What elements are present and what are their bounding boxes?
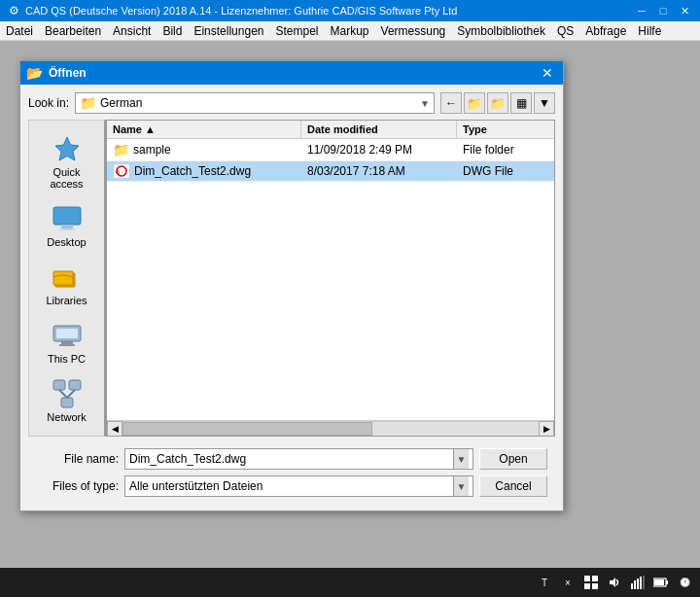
menu-item-ansicht[interactable]: Ansicht	[107, 22, 157, 40]
app-title: CAD QS (Deutsche Version) 2018 A.14 - Li…	[25, 5, 632, 17]
look-in-label: Look in:	[28, 96, 69, 110]
dropdown-arrow-icon: ▼	[420, 98, 430, 109]
close-button[interactable]: ✕	[675, 3, 694, 18]
svg-rect-29	[666, 580, 668, 584]
taskbar: T ×	[0, 568, 700, 597]
file-name-input[interactable]: Dim_Catch_Test2.dwg ▼	[124, 448, 473, 470]
file-type-label: Files of type:	[36, 479, 119, 493]
new-folder-button[interactable]: 📁	[487, 92, 508, 114]
svg-line-14	[67, 390, 75, 398]
svg-rect-19	[592, 576, 598, 581]
sidebar-item-network[interactable]: Network	[34, 373, 100, 428]
svg-rect-12	[61, 398, 73, 407]
svg-rect-24	[634, 580, 636, 589]
open-button[interactable]: Open	[479, 448, 547, 470]
file-list-container: Name ▲ Date modified Type 📁 sample	[106, 120, 555, 437]
maximize-button[interactable]: □	[653, 3, 673, 18]
menu-item-bearbeiten[interactable]: Bearbeiten	[39, 22, 107, 40]
dialog-backdrop: 📂 Öffnen ✕ Look in: 📁 German ▼ ← 📁	[0, 41, 700, 568]
svg-rect-25	[637, 579, 639, 589]
table-row[interactable]: Q Dim_Catch_Test2.dwg 8/03/2017 7:18 AM …	[107, 161, 554, 182]
file-cell-type: DWG File	[457, 161, 554, 181]
dialog-close-button[interactable]: ✕	[538, 64, 557, 82]
sidebar-item-this-pc[interactable]: This PC	[34, 315, 100, 369]
file-type-dropdown-arrow[interactable]: ▼	[453, 476, 469, 496]
svg-rect-18	[584, 576, 590, 581]
sidebar-item-label-network: Network	[47, 411, 86, 423]
file-cell-name: Q Dim_Catch_Test2.dwg	[107, 161, 301, 181]
scrollbar-thumb[interactable]	[122, 422, 372, 436]
svg-rect-30	[654, 579, 664, 585]
file-cell-date: 11/09/2018 2:49 PM	[301, 139, 457, 160]
dwg-file-icon: Q	[113, 164, 130, 178]
file-name-dropdown-arrow[interactable]: ▼	[453, 449, 469, 469]
menu-item-markup[interactable]: Markup	[325, 22, 375, 40]
cancel-button[interactable]: Cancel	[479, 475, 547, 497]
sidebar-item-quick-access[interactable]: Quick access	[34, 128, 100, 194]
sidebar-item-libraries[interactable]: Libraries	[34, 257, 100, 311]
minimize-button[interactable]: ─	[632, 3, 651, 18]
svg-rect-8	[61, 341, 73, 344]
taskbar-sound-icon[interactable]	[605, 573, 624, 592]
folder-icon: 📁	[80, 95, 96, 111]
taskbar-grid-icon[interactable]	[581, 573, 601, 592]
scroll-right-button[interactable]: ▶	[539, 421, 554, 437]
col-header-type[interactable]: Type	[457, 121, 554, 138]
this-pc-icon	[52, 320, 83, 351]
svg-rect-23	[631, 583, 633, 589]
taskbar-battery-icon[interactable]	[651, 573, 671, 592]
desktop-area: 📂 Öffnen ✕ Look in: 📁 German ▼ ← 📁	[0, 41, 700, 597]
menu-item-stempel[interactable]: Stempel	[270, 22, 325, 40]
libraries-icon	[52, 262, 83, 293]
taskbar-network-icon[interactable]	[628, 573, 648, 592]
file-type-dropdown[interactable]: Alle unterstützten Dateien ▼	[124, 475, 473, 497]
sidebar-item-desktop[interactable]: Desktop	[34, 198, 100, 253]
menu-item-bild[interactable]: Bild	[157, 22, 188, 40]
look-in-dropdown[interactable]: 📁 German ▼	[75, 92, 435, 114]
file-list: 📁 sample 11/09/2018 2:49 PM File folder	[107, 139, 554, 420]
col-header-name[interactable]: Name ▲	[107, 121, 301, 138]
file-cell-name: 📁 sample	[107, 139, 301, 160]
menu-item-qs[interactable]: QS	[551, 22, 579, 40]
views-button[interactable]: ▦	[510, 92, 532, 114]
folder-icon: 📁	[113, 142, 129, 158]
svg-rect-2	[61, 225, 73, 228]
svg-rect-7	[56, 329, 78, 338]
taskbar-time-icon[interactable]: 🕐	[675, 573, 694, 592]
scrollbar-track[interactable]	[122, 421, 539, 437]
menu-item-hilfe[interactable]: Hilfe	[632, 22, 667, 40]
svg-rect-3	[59, 228, 75, 230]
sidebar-item-label-quick-access: Quick access	[37, 166, 97, 190]
up-folder-button[interactable]: 📁	[464, 92, 485, 114]
scroll-left-button[interactable]: ◀	[107, 421, 122, 437]
file-name-label: File name:	[36, 452, 119, 466]
window-controls: ─ □ ✕	[632, 3, 694, 18]
svg-rect-9	[59, 344, 75, 346]
sidebar-item-label-this-pc: This PC	[48, 353, 86, 365]
file-cell-date: 8/03/2017 7:18 AM	[301, 161, 457, 181]
menu-item-einstellungen[interactable]: Einstellungen	[188, 22, 269, 40]
menu-item-datei[interactable]: Datei	[0, 22, 39, 40]
look-in-row: Look in: 📁 German ▼ ← 📁 📁 ▦ ▼	[28, 92, 555, 114]
taskbar-text-icon[interactable]: T	[535, 573, 554, 592]
title-bar: ⚙ CAD QS (Deutsche Version) 2018 A.14 - …	[0, 0, 700, 21]
file-type-row: Files of type: Alle unterstützten Dateie…	[36, 475, 547, 497]
menu-item-symbolbibliothek[interactable]: Symbolbibliothek	[451, 22, 551, 40]
taskbar-close-icon[interactable]: ×	[558, 573, 578, 592]
svg-rect-10	[53, 380, 65, 390]
network-icon	[52, 378, 83, 409]
svg-rect-26	[640, 577, 642, 589]
horizontal-scrollbar[interactable]: ◀ ▶	[107, 420, 554, 436]
menu-item-abfrage[interactable]: Abfrage	[579, 22, 632, 40]
look-in-value: German	[100, 96, 416, 110]
content-area: Quick access Desktop	[28, 120, 555, 437]
svg-line-13	[59, 390, 67, 398]
back-button[interactable]: ←	[440, 92, 462, 114]
svg-text:Q: Q	[116, 169, 120, 175]
table-row[interactable]: 📁 sample 11/09/2018 2:49 PM File folder	[107, 139, 554, 161]
svg-rect-20	[584, 583, 590, 589]
views-dropdown-button[interactable]: ▼	[534, 92, 555, 114]
col-header-date[interactable]: Date modified	[301, 121, 457, 138]
file-list-header: Name ▲ Date modified Type	[107, 121, 554, 139]
menu-item-vermessung[interactable]: Vermessung	[375, 22, 452, 40]
